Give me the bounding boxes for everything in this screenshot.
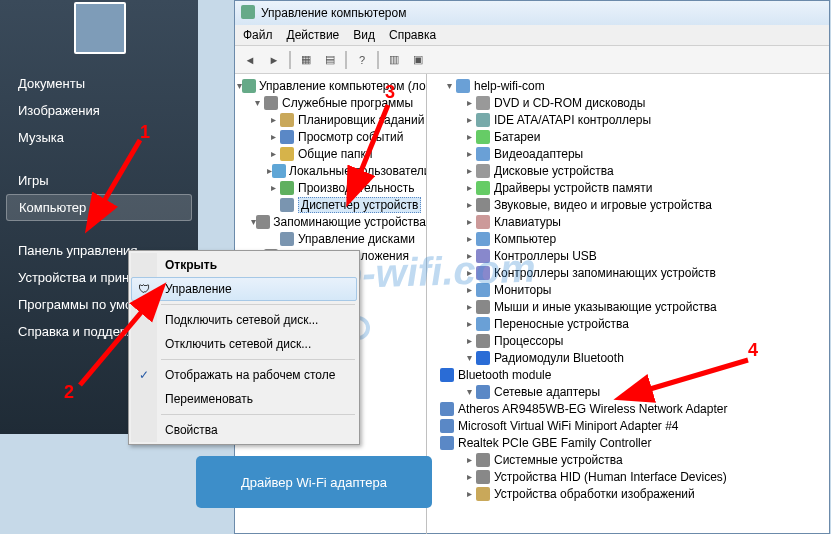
- tree-row[interactable]: ▸Контроллеры USB: [427, 247, 829, 264]
- sm-documents[interactable]: Документы: [0, 70, 198, 97]
- tree-row[interactable]: ▾help-wifi-com: [427, 77, 829, 94]
- node-label: Клавиатуры: [494, 215, 561, 229]
- annotation-4: 4: [748, 340, 758, 361]
- node-icon: [242, 78, 256, 94]
- expand-icon[interactable]: ▸: [463, 131, 475, 142]
- node-icon: [279, 129, 295, 145]
- tree-row[interactable]: ▸Дисковые устройства: [427, 162, 829, 179]
- tree-row[interactable]: ▸Мыши и иные указывающие устройства: [427, 298, 829, 315]
- expand-icon[interactable]: ▾: [463, 386, 475, 397]
- ctx-properties[interactable]: Свойства: [131, 418, 357, 442]
- tree-row[interactable]: ▸DVD и CD-ROM дисководы: [427, 94, 829, 111]
- toolbar-sep: [345, 51, 347, 69]
- tree-row[interactable]: ▸Видеоадаптеры: [427, 145, 829, 162]
- tree-row[interactable]: ▸Мониторы: [427, 281, 829, 298]
- expand-icon[interactable]: ▾: [443, 80, 455, 91]
- menu-action[interactable]: Действие: [287, 28, 340, 42]
- node-label: Запоминающие устройства: [273, 215, 426, 229]
- node-icon: [279, 231, 295, 247]
- expand-icon[interactable]: ▸: [267, 114, 279, 125]
- tree-row[interactable]: ▸Драйверы устройств памяти: [427, 179, 829, 196]
- node-icon: [279, 197, 295, 213]
- tree-row[interactable]: ▸Процессоры: [427, 332, 829, 349]
- expand-icon[interactable]: ▸: [463, 267, 475, 278]
- tree-row[interactable]: ▸Устройства обработки изображений: [427, 485, 829, 502]
- tree-row[interactable]: ▸Клавиатуры: [427, 213, 829, 230]
- expand-icon[interactable]: ▸: [463, 488, 475, 499]
- node-label: Переносные устройства: [494, 317, 629, 331]
- node-label: Мониторы: [494, 283, 551, 297]
- expand-icon[interactable]: ▸: [463, 165, 475, 176]
- ctx-separator: [161, 359, 355, 360]
- expand-icon[interactable]: ▸: [463, 301, 475, 312]
- expand-icon[interactable]: ▸: [463, 182, 475, 193]
- toolbar-properties[interactable]: ▤: [319, 49, 341, 71]
- toolbar-back[interactable]: ◄: [239, 49, 261, 71]
- node-label: Контроллеры запоминающих устройств: [494, 266, 716, 280]
- menu-help[interactable]: Справка: [389, 28, 436, 42]
- expand-icon[interactable]: ▾: [251, 97, 263, 108]
- tree-row[interactable]: ▸Батареи: [427, 128, 829, 145]
- expand-icon[interactable]: ▸: [267, 131, 279, 142]
- node-label: Батареи: [494, 130, 540, 144]
- toolbar-up[interactable]: ▦: [295, 49, 317, 71]
- expand-icon[interactable]: ▸: [463, 250, 475, 261]
- node-label: Управление компьютером (локальным): [259, 79, 427, 93]
- expand-icon[interactable]: ▸: [267, 182, 279, 193]
- sm-pictures[interactable]: Изображения: [0, 97, 198, 124]
- node-label: Realtek PCIe GBE Family Controller: [458, 436, 651, 450]
- tree-row[interactable]: ▸IDE ATA/ATAPI контроллеры: [427, 111, 829, 128]
- expand-icon[interactable]: ▸: [267, 148, 279, 159]
- tree-row[interactable]: ▸Переносные устройства: [427, 315, 829, 332]
- sm-label: Документы: [18, 76, 85, 91]
- node-icon: [475, 486, 491, 502]
- node-label: Компьютер: [494, 232, 556, 246]
- node-icon: [475, 163, 491, 179]
- node-label: Мыши и иные указывающие устройства: [494, 300, 717, 314]
- toolbar-btn[interactable]: ▥: [383, 49, 405, 71]
- tree-row[interactable]: ▸Устройства HID (Human Interface Devices…: [427, 468, 829, 485]
- tree-row[interactable]: ▾Запоминающие устройства: [235, 213, 426, 230]
- right-tree-pane[interactable]: ▾help-wifi-com▸DVD и CD-ROM дисководы▸ID…: [427, 74, 829, 534]
- tree-row[interactable]: ▸Microsoft Virtual WiFi Miniport Adapter…: [427, 417, 829, 434]
- expand-icon[interactable]: ▸: [463, 233, 475, 244]
- menu-view[interactable]: Вид: [353, 28, 375, 42]
- node-label: Звуковые, видео и игровые устройства: [494, 198, 712, 212]
- expand-icon[interactable]: ▸: [463, 454, 475, 465]
- toolbar-help[interactable]: ?: [351, 49, 373, 71]
- ctx-label: Подключить сетевой диск...: [165, 313, 318, 327]
- app-icon: [241, 5, 257, 21]
- node-icon: [475, 333, 491, 349]
- node-label: Microsoft Virtual WiFi Miniport Adapter …: [458, 419, 679, 433]
- expand-icon[interactable]: ▾: [463, 352, 475, 363]
- tree-row[interactable]: ▸Управление дисками: [235, 230, 426, 247]
- expand-icon[interactable]: ▸: [463, 199, 475, 210]
- expand-icon[interactable]: ▸: [463, 471, 475, 482]
- node-label: Системные устройства: [494, 453, 623, 467]
- tree-row[interactable]: ▸Контроллеры запоминающих устройств: [427, 264, 829, 281]
- expand-icon[interactable]: ▸: [463, 318, 475, 329]
- toolbar-sep: [377, 51, 379, 69]
- node-label: Процессоры: [494, 334, 564, 348]
- tree-row[interactable]: ▸Компьютер: [427, 230, 829, 247]
- tree-row[interactable]: ▸Системные устройства: [427, 451, 829, 468]
- toolbar-btn[interactable]: ▣: [407, 49, 429, 71]
- window-titlebar[interactable]: Управление компьютером: [235, 1, 829, 25]
- expand-icon[interactable]: ▸: [463, 216, 475, 227]
- ctx-open[interactable]: Открыть: [131, 253, 357, 277]
- node-label: Bluetooth module: [458, 368, 551, 382]
- expand-icon[interactable]: ▸: [463, 97, 475, 108]
- menu-file[interactable]: Файл: [243, 28, 273, 42]
- expand-icon[interactable]: ▸: [463, 114, 475, 125]
- tree-row[interactable]: ▾Управление компьютером (локальным): [235, 77, 426, 94]
- annotation-2: 2: [64, 382, 74, 403]
- expand-icon[interactable]: ▸: [463, 335, 475, 346]
- toolbar-forward[interactable]: ►: [263, 49, 285, 71]
- tree-row[interactable]: ▸Realtek PCIe GBE Family Controller: [427, 434, 829, 451]
- expand-icon[interactable]: ▸: [463, 148, 475, 159]
- node-icon: [475, 214, 491, 230]
- sm-label: Изображения: [18, 103, 100, 118]
- expand-icon[interactable]: ▸: [463, 284, 475, 295]
- tree-row[interactable]: ▸Звуковые, видео и игровые устройства: [427, 196, 829, 213]
- user-picture: [74, 2, 126, 54]
